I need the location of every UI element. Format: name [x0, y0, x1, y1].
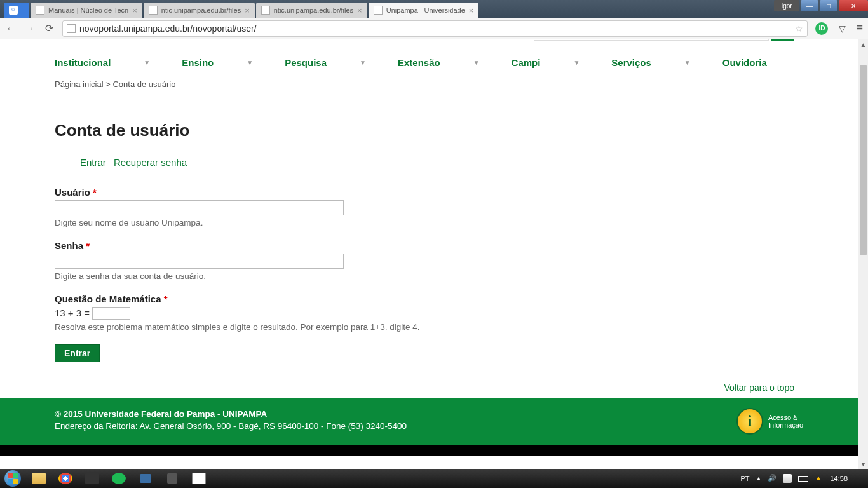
math-input[interactable] [92, 307, 130, 320]
close-icon[interactable]: × [353, 6, 362, 15]
page-title: Conta de usuário [0, 92, 858, 153]
footer-copyright: © 2015 Universidade Federal do Pampa - U… [55, 409, 407, 419]
extension-icon[interactable]: ID [815, 22, 828, 35]
scrollbar-thumb[interactable] [860, 65, 867, 255]
tab-unipampa[interactable]: Unipampa - Universidade × [369, 3, 479, 18]
tab-ntic-2[interactable]: ntic.unipampa.edu.br/files × [256, 3, 367, 18]
tab-recover-password[interactable]: Recuperar senha [114, 157, 187, 168]
footer-address: Endereço da Reitoria: Av. General Osório… [55, 421, 407, 431]
window-controls: Igor — □ ✕ [773, 0, 868, 13]
clock[interactable]: 14:58 [830, 475, 848, 482]
close-icon[interactable]: × [128, 6, 137, 15]
chevron-down-icon: ▼ [684, 59, 691, 66]
chrome-menu-icon[interactable]: ≡ [856, 22, 863, 35]
math-label: Questão de Matemática * [55, 294, 803, 304]
close-window-button[interactable]: ✕ [839, 0, 868, 11]
tab-ntic-1[interactable]: ntic.unipampa.edu.br/files × [144, 3, 255, 18]
nav-ouvidoria[interactable]: Ouvidoria▼ [722, 57, 767, 68]
minimize-button[interactable]: — [801, 0, 818, 11]
page-icon [149, 6, 158, 15]
user-input[interactable] [55, 200, 344, 215]
windows-logo-icon [4, 470, 21, 487]
taskbar-app-1[interactable] [79, 470, 105, 487]
login-form: Usuário * Digite seu nome de usuário Uni… [0, 172, 858, 377]
footer-dark-strip [0, 445, 858, 456]
taskbar-app-2[interactable] [133, 470, 158, 487]
password-input[interactable] [55, 254, 344, 269]
pocket-icon[interactable]: ▽ [836, 22, 848, 35]
volume-icon[interactable]: 🔊 [768, 474, 776, 483]
site-search-area [534, 39, 794, 41]
math-question: 13 + 3 = [55, 307, 803, 320]
nav-extensao[interactable]: Extensão▼ [398, 57, 480, 68]
nav-pesquisa[interactable]: Pesquisa▼ [285, 57, 366, 68]
language-indicator[interactable]: PT [740, 475, 749, 482]
page-icon [67, 24, 76, 33]
info-icon: i [736, 408, 763, 435]
page-icon [261, 6, 270, 15]
bookmark-icon[interactable]: ☆ [795, 24, 803, 34]
breadcrumb: Página inicial > Conta de usuário [0, 77, 858, 92]
maximize-button[interactable]: □ [820, 0, 837, 11]
main-nav: Institucional▼ Ensino▼ Pesquisa▼ Extensã… [0, 39, 858, 77]
scroll-up-icon[interactable]: ▲ [858, 39, 868, 50]
chevron-down-icon: ▼ [360, 59, 366, 66]
taskbar-app-3[interactable] [159, 470, 185, 487]
user-hint: Digite seu nome de usuário Unipampa. [55, 218, 803, 227]
tab-label: Manuais | Núcleo de Tecn [48, 6, 128, 14]
gdrive-icon[interactable]: ▲ [815, 474, 824, 483]
local-tabs: Entrar Recuperar senha [0, 153, 858, 172]
mail-icon: ✉ [9, 6, 18, 15]
user-badge[interactable]: Igor [774, 0, 799, 11]
chevron-down-icon: ▼ [247, 59, 253, 66]
tray-chevron-up-icon[interactable]: ▲ [756, 475, 762, 482]
search-input[interactable] [534, 39, 769, 41]
page-icon [374, 6, 383, 15]
tab-label: Unipampa - Universidade [386, 6, 465, 14]
info-access-link[interactable]: i Acesso à Informação [736, 408, 803, 435]
back-to-top-link[interactable]: Voltar para o topo [724, 383, 794, 393]
tab-label: ntic.unipampa.edu.br/files [161, 6, 241, 14]
back-button[interactable]: ← [5, 23, 17, 34]
windows-taskbar: PT ▲ 🔊 ▲ 14:58 [0, 469, 868, 488]
system-tray: PT ▲ 🔊 ▲ 14:58 [740, 469, 868, 488]
nav-ensino[interactable]: Ensino▼ [182, 57, 253, 68]
reload-button[interactable]: ⟳ [43, 23, 55, 34]
nav-servicos[interactable]: Serviços▼ [611, 57, 690, 68]
address-bar[interactable]: novoportal.unipampa.edu.br/novoportal/us… [62, 20, 808, 37]
battery-icon[interactable] [798, 476, 808, 482]
password-hint: Digite a senha da sua conta de usuário. [55, 271, 803, 281]
taskbar-explorer[interactable] [26, 470, 51, 487]
browser-toolbar: ← → ⟳ novoportal.unipampa.edu.br/novopor… [0, 18, 868, 39]
password-label: Senha * [55, 240, 803, 251]
nav-institucional[interactable]: Institucional▼ [55, 57, 150, 68]
browser-titlebar: ✉ Manuais | Núcleo de Tecn × ntic.unipam… [0, 0, 868, 18]
network-icon[interactable] [783, 474, 792, 483]
taskbar-spotify[interactable] [106, 470, 132, 487]
forward-button[interactable]: → [24, 23, 36, 34]
start-button[interactable] [0, 469, 25, 488]
tab-manuais[interactable]: Manuais | Núcleo de Tecn × [31, 3, 142, 18]
footer: © 2015 Universidade Federal do Pampa - U… [0, 398, 858, 445]
chevron-down-icon: ▼ [473, 59, 480, 66]
chevron-down-icon: ▼ [144, 59, 150, 66]
scroll-down-icon[interactable]: ▼ [858, 459, 868, 469]
close-icon[interactable]: × [465, 6, 474, 15]
show-desktop-button[interactable] [857, 469, 863, 488]
tab-label: ntic.unipampa.edu.br/files [274, 6, 353, 14]
taskbar-libreoffice[interactable] [186, 470, 212, 487]
submit-button[interactable]: Entrar [55, 344, 100, 362]
math-hint: Resolva este problema matemático simples… [55, 322, 803, 332]
close-icon[interactable]: × [241, 6, 250, 15]
vertical-scrollbar[interactable]: ▲ ▼ [858, 39, 868, 469]
taskbar-chrome[interactable] [53, 470, 78, 487]
chevron-down-icon: ▼ [573, 59, 580, 66]
page-icon [36, 6, 44, 15]
tab-login[interactable]: Entrar [80, 157, 106, 168]
user-label: Usuário * [55, 187, 803, 198]
page-viewport: Institucional▼ Ensino▼ Pesquisa▼ Extensã… [0, 39, 868, 469]
nav-campi[interactable]: Campi▼ [512, 57, 580, 68]
search-button[interactable] [771, 39, 794, 41]
tab-pinned[interactable]: ✉ [4, 3, 29, 18]
url-text: novoportal.unipampa.edu.br/novoportal/us… [79, 24, 257, 34]
